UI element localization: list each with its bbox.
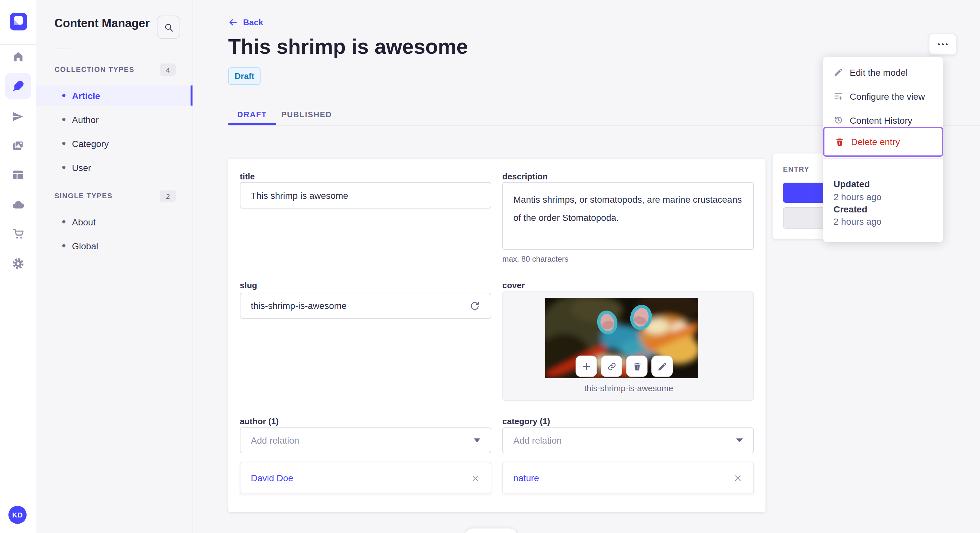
strapi-logo[interactable] bbox=[10, 13, 27, 30]
author-relation-item[interactable]: David Doe bbox=[240, 462, 491, 494]
slug-input[interactable]: this-shrimp-is-awesome bbox=[240, 293, 491, 319]
menu-divider bbox=[823, 158, 943, 159]
trash-icon bbox=[835, 137, 845, 147]
feather-icon[interactable] bbox=[5, 73, 31, 99]
more-actions-menu: Edit the model Configure the view Conten… bbox=[823, 57, 943, 242]
chevron-down-icon bbox=[736, 438, 743, 443]
description-hint: max. 80 characters bbox=[502, 254, 568, 263]
description-field-label: description bbox=[502, 171, 548, 181]
add-media-button[interactable] bbox=[576, 355, 597, 377]
sidebar-item-label: Article bbox=[72, 90, 100, 101]
pencil-icon bbox=[657, 361, 667, 371]
menu-item-edit-model[interactable]: Edit the model bbox=[823, 60, 943, 84]
copy-link-button[interactable] bbox=[601, 355, 622, 377]
sidebar-title: Content Manager bbox=[54, 17, 150, 30]
sidebar-item-label: Category bbox=[72, 138, 109, 149]
trash-icon bbox=[632, 361, 642, 371]
dot bbox=[938, 43, 940, 45]
link-icon bbox=[606, 361, 617, 371]
cover-field-label: cover bbox=[502, 281, 525, 290]
strapi-logo-fold bbox=[14, 20, 19, 25]
close-icon[interactable] bbox=[471, 473, 480, 483]
tab-published[interactable]: PUBLISHED bbox=[276, 104, 337, 125]
sidebar-item-author[interactable]: Author bbox=[36, 109, 192, 130]
collapse-handle[interactable] bbox=[465, 528, 517, 533]
search-icon bbox=[163, 22, 174, 33]
back-link[interactable]: Back bbox=[228, 17, 263, 27]
slug-field-label: slug bbox=[240, 281, 257, 290]
slug-value: this-shrimp-is-awesome bbox=[251, 300, 347, 311]
close-icon[interactable] bbox=[733, 473, 743, 483]
sidebar-item-label: User bbox=[72, 162, 91, 173]
bullet-icon bbox=[62, 244, 65, 247]
updated-label: Updated bbox=[834, 179, 870, 189]
sidebar-item-label: Author bbox=[72, 114, 99, 125]
cart-icon[interactable] bbox=[5, 221, 31, 247]
sidebar-item-category[interactable]: Category bbox=[36, 133, 192, 154]
cover-caption: this-shrimp-is-awesome bbox=[503, 383, 754, 393]
entry-form-card: title This shrimp is awesome description… bbox=[228, 159, 765, 512]
single-types-count: 2 bbox=[160, 190, 176, 202]
menu-item-label: Content History bbox=[850, 115, 912, 125]
list-plus-icon bbox=[834, 91, 843, 101]
pencil-icon bbox=[834, 67, 843, 77]
back-label: Back bbox=[243, 17, 263, 27]
plus-icon bbox=[581, 361, 592, 371]
cover-actions bbox=[576, 355, 673, 377]
title-field-label: title bbox=[240, 171, 255, 181]
content-manager-sidebar: Content Manager COLLECTION TYPES 4 Artic… bbox=[36, 0, 193, 533]
collection-types-count: 4 bbox=[160, 63, 176, 76]
section-collection-types: COLLECTION TYPES bbox=[54, 65, 135, 73]
page-title: This shrimp is awesome bbox=[228, 35, 468, 59]
status-badge: Draft bbox=[228, 67, 261, 85]
bullet-icon bbox=[62, 118, 65, 121]
dot bbox=[946, 43, 948, 45]
cloud-icon[interactable] bbox=[5, 192, 31, 217]
bullet-icon bbox=[62, 142, 65, 145]
relation-link[interactable]: nature bbox=[513, 473, 539, 483]
dot bbox=[942, 43, 944, 45]
title-input[interactable]: This shrimp is awesome bbox=[240, 182, 491, 209]
created-label: Created bbox=[834, 204, 867, 214]
chevron-down-icon bbox=[474, 438, 480, 443]
category-relation-select[interactable]: Add relation bbox=[502, 427, 754, 453]
app-root: KD Content Manager COLLECTION TYPES 4 Ar… bbox=[0, 0, 980, 533]
search-button[interactable] bbox=[157, 16, 180, 39]
cover-field: this-shrimp-is-awesome bbox=[502, 292, 754, 401]
bullet-icon bbox=[62, 166, 65, 169]
entry-panel-title: ENTRY bbox=[783, 165, 810, 173]
select-placeholder: Add relation bbox=[513, 435, 562, 446]
menu-item-configure-view[interactable]: Configure the view bbox=[823, 84, 943, 108]
more-actions-button[interactable] bbox=[929, 34, 957, 55]
sidebar-item-label: Global bbox=[72, 241, 98, 251]
home-icon[interactable] bbox=[5, 44, 31, 70]
sidebar-item-global[interactable]: Global bbox=[36, 236, 192, 256]
menu-item-delete-entry[interactable]: Delete entry bbox=[823, 127, 943, 157]
sidebar-item-article[interactable]: Article bbox=[36, 86, 192, 106]
regenerate-icon[interactable] bbox=[469, 300, 480, 311]
bullet-icon bbox=[62, 220, 65, 224]
delete-media-button[interactable] bbox=[626, 355, 648, 377]
menu-item-label: Delete entry bbox=[851, 136, 900, 147]
author-relation-select[interactable]: Add relation bbox=[240, 427, 491, 453]
sidebar-divider bbox=[54, 49, 70, 49]
sidebar-item-label: About bbox=[72, 217, 95, 227]
media-icon[interactable] bbox=[5, 133, 31, 159]
description-textarea[interactable]: Mantis shrimps, or stomatopods, are mari… bbox=[502, 182, 754, 250]
bullet-icon bbox=[62, 94, 65, 97]
created-value: 2 hours ago bbox=[834, 216, 881, 227]
send-icon[interactable] bbox=[5, 104, 31, 130]
edit-media-button[interactable] bbox=[651, 355, 673, 377]
sidebar-item-user[interactable]: User bbox=[36, 157, 192, 178]
section-single-types: SINGLE TYPES bbox=[54, 192, 113, 200]
gear-icon[interactable] bbox=[5, 251, 31, 276]
category-field-label: category (1) bbox=[502, 416, 550, 426]
tab-draft[interactable]: DRAFT bbox=[228, 104, 276, 125]
user-avatar[interactable]: KD bbox=[8, 506, 27, 524]
relation-link[interactable]: David Doe bbox=[251, 473, 293, 483]
category-relation-item[interactable]: nature bbox=[502, 462, 754, 494]
back-arrow-icon bbox=[228, 17, 238, 27]
sidebar-item-about[interactable]: About bbox=[36, 212, 192, 232]
layout-icon[interactable] bbox=[5, 162, 31, 188]
select-placeholder: Add relation bbox=[251, 435, 299, 446]
